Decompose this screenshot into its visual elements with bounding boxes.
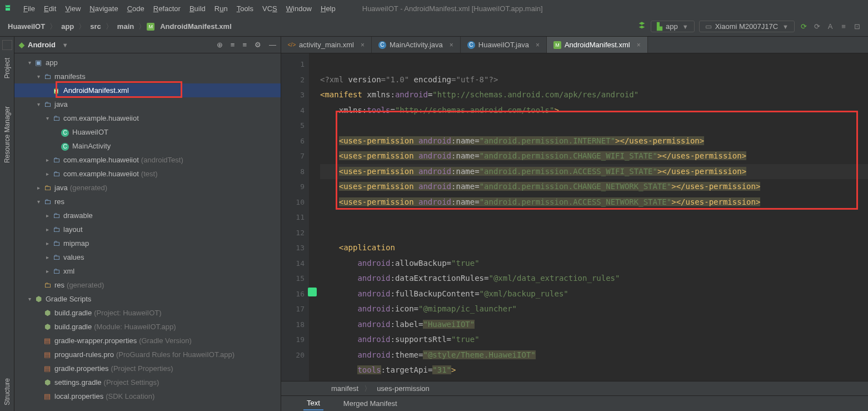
menu-refactor[interactable]: Refactor	[149, 2, 185, 15]
chevron-down-icon: ▼	[62, 42, 68, 48]
select-opened-file-icon[interactable]: ⊕	[217, 41, 223, 49]
code-token: >	[451, 365, 456, 374]
tree-node-res-generated[interactable]: 🗀res(generated)	[14, 278, 281, 292]
manifest-file-icon: M	[147, 23, 154, 31]
menu-edit[interactable]: Edit	[39, 2, 61, 15]
project-view-selector[interactable]: ◆ Android ▼	[19, 41, 68, 49]
folder-icon: 🗀	[42, 100, 52, 108]
editor-tab-activity-main[interactable]: </>activity_main.xml×	[281, 37, 372, 53]
tree-label: AndroidManifest.xml	[63, 86, 129, 95]
chevron-right-icon: 〉	[137, 22, 147, 32]
crumb-main[interactable]: main	[114, 21, 137, 32]
menu-run[interactable]: Run	[210, 2, 232, 15]
tree-node-gradle-properties[interactable]: ▤gradle.properties(Project Properties)	[14, 362, 281, 375]
tree-label: layout	[63, 225, 83, 234]
tree-node-build-gradle-project[interactable]: ⬢build.gradle(Project: HuaweiIOT)	[14, 306, 281, 320]
breadcrumb-item[interactable]: uses-permission	[377, 384, 430, 393]
tree-label-suffix: (Project Settings)	[104, 378, 159, 387]
tree-node-app[interactable]: ▾▣app	[14, 56, 281, 70]
crumb-src[interactable]: src	[87, 21, 104, 32]
menu-view[interactable]: View	[61, 2, 85, 15]
code-token: =	[475, 197, 479, 206]
close-tab-icon[interactable]: ×	[450, 41, 453, 49]
code-token: >	[554, 106, 558, 115]
app-icon-gutter-marker[interactable]	[308, 288, 317, 296]
tree-node-layout[interactable]: ▸🗀layout	[14, 222, 281, 236]
code-token: :icon=	[390, 304, 418, 313]
tree-label: res	[54, 197, 64, 206]
tree-node-gradle-wrapper[interactable]: ▤gradle-wrapper.properties(Gradle Versio…	[14, 334, 281, 348]
tree-node-manifests[interactable]: ▾🗀manifests	[14, 70, 281, 83]
profile-icon[interactable]: ⊡	[850, 22, 864, 31]
editor-tab-mainactivity[interactable]: CMainActivity.java×	[372, 37, 461, 53]
settings-icon[interactable]: ⚙	[255, 41, 261, 49]
crumb-project[interactable]: HuaweiIOT	[4, 21, 48, 32]
folder-icon: 🗀	[51, 225, 61, 234]
resource-manager-tab[interactable]: Resource Manager	[2, 101, 13, 169]
sub-tab-text[interactable]: Text	[303, 397, 323, 410]
tree-node-mipmap[interactable]: ▸🗀mipmap	[14, 236, 281, 250]
tree-node-drawable[interactable]: ▸🗀drawable	[14, 209, 281, 222]
editor-tab-manifest[interactable]: MAndroidManifest.xml×	[547, 37, 648, 53]
tree-node-local-properties[interactable]: ▤local.properties(SDK Location)	[14, 389, 281, 403]
code-token: "http://schemas.android.com/apk/res/andr…	[432, 90, 638, 99]
crumb-file[interactable]: M AndroidManifest.xml	[147, 21, 235, 32]
menu-file[interactable]: FFileile	[19, 2, 39, 15]
menu-code[interactable]: Code	[123, 2, 149, 15]
project-tool-icon[interactable]	[2, 40, 12, 50]
menu-vcs[interactable]: VCS	[258, 2, 282, 15]
code-token: "@style/Theme.HuaweiIOT"	[423, 350, 535, 359]
tree-node-build-gradle-module[interactable]: ⬢build.gradle(Module: HuaweiIOT.app)	[14, 320, 281, 334]
run-button-icon[interactable]: ⟳	[797, 22, 810, 31]
code-token: =	[475, 182, 479, 191]
menu-build[interactable]: Build	[185, 2, 210, 15]
tree-label: res	[54, 281, 64, 289]
menu-window[interactable]: Window	[282, 2, 316, 15]
tree-node-java-generated[interactable]: ▸🗀java(generated)	[14, 181, 281, 195]
tree-node-package-androidtest[interactable]: ▸🗀com.example.huaweiiot(androidTest)	[14, 153, 281, 167]
device-selector[interactable]: ▭ Xiaomi M2007J17C ▼	[699, 21, 795, 32]
app-logo-icon	[3, 4, 12, 13]
make-project-icon[interactable]	[635, 21, 648, 32]
structure-tool-tab[interactable]: Structure	[2, 373, 13, 411]
code-token: "@xml/data_extraction_rules"	[488, 274, 620, 283]
apply-code-icon[interactable]: A	[824, 22, 837, 31]
tree-node-class-huaweiiot[interactable]: CHuaweiIOT	[14, 125, 281, 139]
tree-node-manifest-file[interactable]: MAndroidManifest.xml	[14, 83, 281, 97]
tree-node-package[interactable]: ▾🗀com.example.huaweiiot	[14, 111, 281, 125]
tree-node-class-mainactivity[interactable]: CMainActivity	[14, 139, 281, 153]
tree-node-package-test[interactable]: ▸🗀com.example.huaweiiot(test)	[14, 167, 281, 181]
menu-navigate[interactable]: Navigate	[85, 2, 122, 15]
tree-node-res[interactable]: ▾🗀res	[14, 195, 281, 209]
package-icon: 🗀	[51, 114, 61, 122]
close-tab-icon[interactable]: ×	[536, 41, 540, 49]
tree-node-values[interactable]: ▸🗀values	[14, 250, 281, 264]
tree-label: xml	[63, 267, 74, 275]
code-token: "http://schemas.android.com/tools"	[395, 106, 555, 115]
code-token: android	[357, 304, 390, 313]
tree-node-gradle-scripts[interactable]: ▾⬢Gradle Scripts	[14, 292, 281, 306]
collapse-all-icon[interactable]: ≡	[242, 41, 247, 49]
apply-changes-icon[interactable]: ⟳	[810, 22, 824, 31]
editor-body[interactable]: 1234567891011121314151617181920 <?xml ve…	[281, 53, 868, 381]
crumb-app[interactable]: app	[58, 21, 77, 32]
tree-node-java[interactable]: ▾🗀java	[14, 97, 281, 111]
expand-all-icon[interactable]: ≡	[231, 41, 235, 49]
editor-tab-huaweiiot[interactable]: CHuaweiIOT.java×	[461, 37, 547, 53]
menu-help[interactable]: Help	[316, 2, 340, 15]
run-config-selector[interactable]: ▙ app ▼	[651, 21, 695, 32]
tree-node-proguard[interactable]: ▤proguard-rules.pro(ProGuard Rules for H…	[14, 348, 281, 362]
tree-node-xml[interactable]: ▸🗀xml	[14, 264, 281, 278]
close-tab-icon[interactable]: ×	[637, 41, 641, 49]
close-tab-icon[interactable]: ×	[361, 41, 365, 49]
code-area[interactable]: <?xml version="1.0" encoding="utf-8"?> <…	[309, 53, 868, 381]
project-tool-tab[interactable]: Project	[2, 52, 13, 84]
code-token: "android.permission.CHANGE_WIFI_STATE"	[480, 151, 657, 160]
menu-tools[interactable]: Tools	[232, 2, 258, 15]
code-token: =	[475, 136, 479, 145]
breadcrumb-item[interactable]: manifest	[331, 384, 358, 393]
debug-icon[interactable]: ≡	[837, 22, 850, 31]
tree-node-settings-gradle[interactable]: ⬢settings.gradle(Project Settings)	[14, 375, 281, 389]
hide-icon[interactable]: —	[269, 41, 276, 49]
sub-tab-merged-manifest[interactable]: Merged Manifest	[340, 397, 401, 410]
